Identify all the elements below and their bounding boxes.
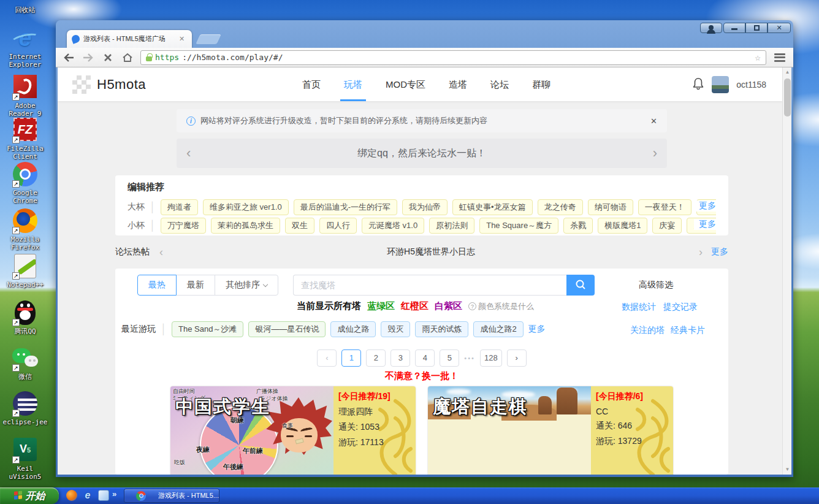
game-tag[interactable]: 虹镇史事•龙巫女篇 [452,199,533,215]
notification-bell-icon[interactable] [692,77,704,93]
game-tag[interactable]: 元诞魔塔 v1.0 [362,218,424,234]
quicklaunch-overflow-chevron[interactable]: » [112,489,116,498]
recent-game-tag[interactable]: 成仙之路 [330,321,376,337]
game-tag[interactable]: 茉莉的孤岛求生 [211,218,280,234]
desktop-icon-qq[interactable]: ↗ 腾讯QQ [1,300,49,335]
recent-game-tag[interactable]: 雨天的试炼 [415,321,468,337]
username[interactable]: oct1158 [736,80,766,90]
game-tag[interactable]: 万宁魔塔 [161,218,206,234]
minimize-button[interactable] [723,23,745,33]
game-tag[interactable]: 殉道者 [161,199,198,215]
page-button-last[interactable]: 128 [480,349,502,367]
home-button[interactable] [121,51,134,64]
carousel-next-icon[interactable]: › [639,145,657,161]
back-button[interactable] [62,51,75,64]
desktop-icon-firefox[interactable]: ↗ Mozilla Firefox [1,208,49,251]
desktop-icon-notepadpp[interactable]: ↗ Notepad++ [1,254,49,289]
carousel-prev-icon[interactable]: ‹ [186,145,205,161]
new-tab-button[interactable] [196,34,221,44]
desktop-icon-wechat[interactable]: ↗ 微信 [1,346,49,381]
game-tag[interactable]: 横版魔塔1 [598,218,647,234]
nav-group-chat[interactable]: 群聊 [532,67,550,101]
bookmark-star-icon[interactable]: ☆ [755,52,761,63]
desktop-icon-filezilla[interactable]: FZ↗ FileZilla Client [1,116,49,161]
zone-red-orange[interactable]: 红橙区 [401,300,429,312]
browser-tab[interactable]: 游戏列表 - HTML5魔塔广场 ✕ [67,30,192,48]
desktop-icon-keil[interactable]: V5↗ Keil uVision5 [1,437,49,481]
site-logo[interactable]: H5mota [72,75,146,94]
recent-game-tag[interactable]: The Sand～沙滩 [172,321,243,337]
forum-next-icon[interactable]: › [699,246,703,259]
submit-records-link[interactable]: 提交记录 [663,302,698,313]
game-tag[interactable]: 四人行 [319,218,357,234]
desktop-icon-adobe-reader[interactable]: ↗ Adobe Reader 9 [1,74,49,118]
game-tag[interactable]: 一夜登天！ [638,199,691,215]
shuffle-link[interactable]: 不满意？换一批！ [115,370,728,382]
game-tag[interactable]: 庆宴 [652,218,682,234]
desktop-icon-eclipse[interactable]: ↗ eclipse-jee [1,391,49,426]
nav-home[interactable]: 首页 [302,67,321,101]
forum-more-link[interactable]: 更多 [711,246,728,258]
carousel-text[interactable]: 绑定qq，然后来论坛水一贴！ [205,147,639,160]
data-statistics-link[interactable]: 数据统计 [622,302,656,313]
page-button[interactable]: 5 [440,349,459,367]
page-next-button[interactable]: › [507,349,527,367]
start-button[interactable]: 开始 [0,487,59,504]
address-bar[interactable]: https ://h5mota.com/play/#/ ☆ [140,50,766,65]
tab-close-icon[interactable]: ✕ [179,35,185,43]
page-button[interactable]: 3 [390,349,410,367]
notice-close-icon[interactable]: ✕ [650,116,657,126]
advanced-filter-link[interactable]: 高级筛选 [639,280,673,291]
nav-mod-zone[interactable]: MOD专区 [386,67,425,101]
user-avatar[interactable] [712,76,729,93]
desktop-icon-recycle-bin[interactable]: 回收站 [1,0,49,14]
more-link[interactable]: 更多 [694,219,716,230]
recent-more-link[interactable]: 更多 [528,324,546,335]
sort-tab-other[interactable]: 其他排序 [215,275,278,296]
quicklaunch-media-player-icon[interactable] [66,490,77,501]
game-tag[interactable]: 纳可物语 [588,199,633,215]
page-prev-button[interactable]: ‹ [317,349,337,367]
desktop-icon-internet-explorer[interactable]: e Internet Explorer [1,26,49,69]
quicklaunch-ie-icon[interactable]: e [82,490,93,501]
game-card-auto-chess[interactable]: 魔塔自走棋 [今日推荐/6] CC 通关: 646 游玩: 13729 [428,386,673,475]
maximize-button[interactable] [745,23,768,33]
search-input[interactable] [293,275,566,296]
nav-play-tower[interactable]: 玩塔 [344,67,362,101]
search-button[interactable] [566,275,595,296]
page-button[interactable]: 2 [366,349,386,367]
nav-forum[interactable]: 论坛 [490,67,509,101]
page-button[interactable]: 4 [415,349,435,367]
window-titlebar[interactable]: 游戏列表 - HTML5魔塔广场 ✕ ✕ [56,20,793,48]
game-card-chinese-student[interactable]: 中国式学生 自由时间 ミーティング 广播体操 ラジオ体操 朝練 食事 午前練 午… [170,386,416,475]
classic-cards-link[interactable]: 经典卡片 [671,325,705,336]
profile-button[interactable] [700,23,722,33]
quicklaunch-messenger-icon[interactable] [98,490,109,501]
game-tag[interactable]: 最后的温迪戈-一生的行军 [294,199,397,215]
game-tag[interactable]: 原初法则 [429,218,474,234]
vertical-scrollbar[interactable]: ▲ ▼ [782,67,791,475]
recent-game-tag[interactable]: 成仙之路2 [473,321,523,337]
close-button[interactable]: ✕ [768,23,791,33]
sort-tab-new[interactable]: 最新 [176,275,215,296]
browser-menu-button[interactable] [772,52,787,64]
stop-button[interactable] [101,51,115,64]
desktop-icon-google-chrome[interactable]: ↗ Google Chrome [1,162,49,205]
followed-towers-link[interactable]: 关注的塔 [630,325,665,336]
recent-game-tag[interactable]: 毁灭 [381,321,410,337]
page-button[interactable]: 1 [341,349,361,367]
sort-tab-hot[interactable]: 最热 [137,275,177,296]
more-link[interactable]: 更多 [694,200,716,212]
game-tag[interactable]: 双生 [285,218,314,234]
forum-post-link[interactable]: 环游H5魔塔世界小日志 [163,246,699,258]
taskbar-active-task[interactable]: 游戏列表 - HTML5... [124,489,219,503]
scroll-down-icon[interactable]: ▼ [783,465,791,475]
recent-game-tag[interactable]: 银河——星石传说 [248,321,326,337]
nav-build-tower[interactable]: 造塔 [449,67,467,101]
zone-blue-green[interactable]: 蓝绿区 [367,300,395,312]
game-tag[interactable]: 杀戮 [563,218,593,234]
game-tag[interactable]: The Square～魔方 [479,218,558,234]
game-tag[interactable]: 龙之传奇 [538,199,583,215]
scrollbar-thumb[interactable] [784,78,791,116]
game-tag[interactable]: 我为仙帝 [402,199,448,215]
